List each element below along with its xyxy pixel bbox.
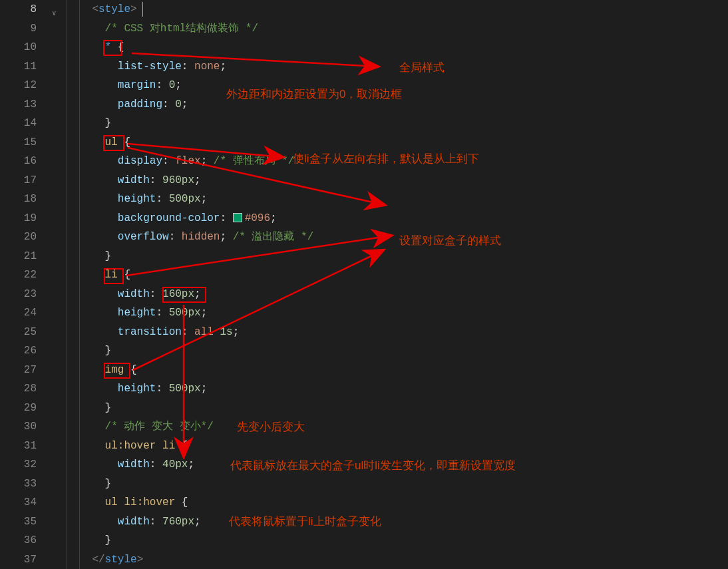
code-line[interactable]: list-style: none; xyxy=(67,57,313,77)
line-number: 22 xyxy=(0,266,37,285)
code-line[interactable]: ul li:hover { xyxy=(67,493,313,512)
line-number: 30 xyxy=(0,417,37,437)
line-number: 33 xyxy=(0,474,37,494)
line-number: 35 xyxy=(0,512,37,532)
code-line[interactable]: ul { xyxy=(67,133,313,152)
line-number: 34 xyxy=(0,493,37,512)
line-number: 25 xyxy=(0,323,37,342)
line-number: 14 xyxy=(0,114,37,133)
code-area[interactable]: <style> /* CSS 对html结构做装饰 */ * { list-st… xyxy=(67,0,313,569)
code-line[interactable]: /* 动作 变大 变小*/ xyxy=(67,417,313,437)
code-line[interactable]: margin: 0; xyxy=(67,76,313,95)
anno-li-horizontal: 使li盒子从左向右排，默认是从上到下 xyxy=(293,150,479,169)
line-number: 31 xyxy=(0,437,37,456)
line-number: 10 xyxy=(0,38,37,57)
line-number: 37 xyxy=(0,550,37,570)
line-number: 16 xyxy=(0,152,37,171)
line-number: 12 xyxy=(0,76,37,95)
code-line[interactable]: ul:hover li { xyxy=(67,437,313,456)
line-number: 9 xyxy=(0,19,37,39)
line-number: 17 xyxy=(0,171,37,190)
code-line[interactable]: width: 40px; xyxy=(67,455,313,474)
code-line[interactable]: overflow: hidden; /* 溢出隐藏 */ xyxy=(67,228,313,247)
code-line[interactable]: } xyxy=(67,114,313,133)
line-number: 27 xyxy=(0,361,37,380)
fold-column: ∨ xyxy=(52,0,61,569)
line-number: 8 xyxy=(0,0,37,19)
code-line[interactable]: width: 960px; xyxy=(67,171,313,190)
anno-box-style: 设置对应盒子的样式 xyxy=(399,232,501,251)
code-line[interactable]: /* CSS 对html结构做装饰 */ xyxy=(67,19,313,39)
code-line[interactable]: background-color: #096; xyxy=(67,209,313,228)
text-cursor xyxy=(142,2,143,17)
line-number: 36 xyxy=(0,531,37,550)
code-line[interactable]: } xyxy=(67,399,313,418)
line-number: 21 xyxy=(0,247,37,266)
code-line[interactable]: padding: 0; xyxy=(67,95,313,114)
code-line[interactable]: height: 500px; xyxy=(67,379,313,399)
code-line[interactable]: height: 500px; xyxy=(67,303,313,323)
anno-global-style: 全局样式 xyxy=(399,59,445,78)
code-line[interactable]: } xyxy=(67,474,313,494)
code-line[interactable]: width: 160px; xyxy=(67,285,313,304)
code-line[interactable]: display: flex; /* 弹性布局 */ xyxy=(67,152,313,171)
line-number: 29 xyxy=(0,399,37,418)
code-line[interactable]: } xyxy=(67,341,313,361)
code-line[interactable]: transition: all 1s; xyxy=(67,323,313,342)
line-number: 23 xyxy=(0,285,37,304)
line-number: 13 xyxy=(0,95,37,114)
line-number: 20 xyxy=(0,228,37,247)
code-line[interactable]: } xyxy=(67,247,313,266)
code-line[interactable]: * { xyxy=(67,38,313,57)
line-number: 19 xyxy=(0,209,37,228)
line-number-gutter: 8910111213141516171819202122232425262728… xyxy=(0,0,50,569)
color-swatch-icon xyxy=(233,213,242,222)
code-line[interactable]: } xyxy=(67,531,313,550)
code-line[interactable]: width: 760px; xyxy=(67,512,313,532)
code-line[interactable]: <style> xyxy=(67,0,313,19)
line-number: 26 xyxy=(0,341,37,361)
line-number: 18 xyxy=(0,190,37,209)
fold-chevron-icon[interactable]: ∨ xyxy=(52,4,57,23)
line-number: 28 xyxy=(0,379,37,399)
code-line[interactable]: </style> xyxy=(67,550,313,570)
code-line[interactable]: li { xyxy=(67,266,313,285)
code-line[interactable]: img { xyxy=(67,361,313,380)
line-number: 11 xyxy=(0,57,37,77)
line-number: 24 xyxy=(0,303,37,323)
line-number: 32 xyxy=(0,455,37,474)
code-line[interactable]: height: 500px; xyxy=(67,190,313,209)
line-number: 15 xyxy=(0,133,37,152)
